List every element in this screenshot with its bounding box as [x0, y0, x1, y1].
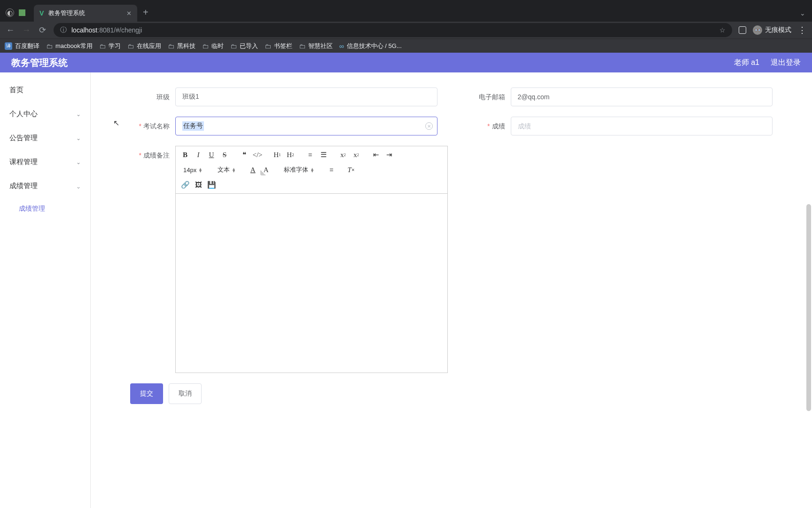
tab-title: 教务管理系统 — [48, 9, 122, 17]
rich-text-editor: B I U S ❝ </> H1 H2 ≡ ☰ — [175, 146, 448, 373]
strikethrough-icon[interactable]: S — [219, 149, 230, 160]
incognito-icon: 👓 — [753, 25, 762, 35]
tab-overflow-icon[interactable]: ⌄ — [793, 9, 812, 22]
italic-icon[interactable]: I — [193, 149, 204, 160]
incognito-indicator[interactable]: 👓 无痕模式 — [753, 25, 791, 35]
align-icon[interactable]: ≡ — [326, 164, 337, 175]
exam-label: *考试名称 — [130, 117, 175, 135]
folder-icon: 🗀 — [230, 42, 237, 50]
ordered-list-icon[interactable]: ≡ — [304, 149, 316, 160]
image-icon[interactable]: 🖼 — [193, 179, 204, 190]
sidebar-item-notice[interactable]: 公告管理 ⌄ — [0, 126, 90, 150]
bold-icon[interactable]: B — [180, 149, 191, 160]
sidebar-item-score[interactable]: 成绩管理 ⌃ — [0, 174, 90, 198]
bookmark-item[interactable]: ∞信息技术中心 / 5G... — [339, 42, 402, 50]
score-label: *成绩 — [466, 117, 511, 135]
bookmark-folder[interactable]: 🗀已导入 — [230, 42, 258, 50]
site-info-icon[interactable]: ⓘ — [60, 26, 67, 34]
exam-input-value: 任务号 — [182, 121, 204, 131]
chevron-down-icon: ⌄ — [76, 111, 81, 118]
address-bar[interactable]: ⓘ localhost:8081/#/chengji ☆ — [54, 23, 732, 37]
bookmark-folder[interactable]: 🗀在线应用 — [127, 42, 161, 50]
indent-decrease-icon[interactable]: ⇤ — [370, 149, 382, 160]
underline-icon[interactable]: U — [206, 149, 217, 160]
email-label: 电子邮箱 — [466, 87, 511, 106]
email-input[interactable] — [511, 87, 773, 106]
main-content: 班级 电子邮箱 *考试名称 任务号 — [91, 72, 812, 508]
class-label: 班级 — [130, 87, 175, 106]
score-input[interactable] — [511, 117, 773, 135]
link-icon[interactable]: 🔗 — [180, 179, 191, 190]
tab-close-icon[interactable]: ✕ — [126, 10, 132, 17]
code-icon[interactable]: </> — [252, 149, 263, 160]
subscript-icon[interactable]: x2 — [337, 149, 349, 160]
quote-icon[interactable]: ❝ — [239, 149, 250, 160]
app-icon[interactable] — [19, 9, 25, 16]
reload-button[interactable]: ⟳ — [38, 25, 47, 35]
video-icon[interactable]: 💾 — [206, 179, 217, 190]
folder-icon: 🗀 — [168, 42, 174, 50]
url-text: localhost:8081/#/chengji — [71, 26, 142, 34]
browser-tab-strip: ◐ V 教务管理系统 ✕ + ⌄ — [0, 0, 812, 22]
browser-tab[interactable]: V 教务管理系统 ✕ — [34, 5, 137, 22]
cancel-button[interactable]: 取消 — [169, 383, 202, 404]
chevron-down-icon: ⌄ — [76, 135, 81, 142]
superscript-icon[interactable]: x2 — [351, 149, 362, 160]
chevron-down-icon: ⌄ — [76, 159, 81, 166]
bookmark-folder[interactable]: 🗀黑科技 — [168, 42, 195, 50]
clear-icon[interactable]: ✕ — [425, 122, 433, 130]
editor-toolbar: B I U S ❝ </> H1 H2 ≡ ☰ — [176, 146, 447, 194]
folder-icon: 🗀 — [46, 42, 53, 50]
new-tab-button[interactable]: + — [137, 7, 154, 22]
sidebar-item-profile[interactable]: 个人中心 ⌄ — [0, 102, 90, 126]
bookmarks-bar: 译百度翻译 🗀macbook常用 🗀学习 🗀在线应用 🗀黑科技 🗀临时 🗀已导入… — [0, 39, 812, 53]
exam-input[interactable]: 任务号 — [175, 117, 437, 135]
text-color-icon[interactable]: A — [247, 164, 258, 175]
back-button[interactable]: ← — [6, 25, 15, 35]
chevron-up-icon: ⌃ — [76, 183, 81, 190]
translate-icon: 译 — [5, 42, 12, 50]
app-title: 教务管理系统 — [11, 56, 68, 69]
browser-toolbar: ← → ⟳ ⓘ localhost:8081/#/chengji ☆ 👓 无痕模… — [0, 22, 812, 39]
folder-icon: 🗀 — [127, 42, 134, 50]
clear-format-icon[interactable]: T✕ — [345, 164, 357, 175]
submit-button[interactable]: 提交 — [130, 383, 163, 404]
app-header: 教务管理系统 老师 a1 退出登录 — [0, 53, 812, 72]
forward-button: → — [22, 25, 31, 35]
logout-link[interactable]: 退出登录 — [771, 58, 801, 68]
bookmark-folder[interactable]: 🗀智慧社区 — [299, 42, 333, 50]
bg-color-icon[interactable]: A — [260, 164, 272, 175]
browser-menu-icon[interactable]: ⋮ — [798, 25, 806, 35]
class-input[interactable] — [175, 87, 437, 106]
vue-logo-icon: V — [39, 9, 44, 17]
bookmark-folder[interactable]: 🗀学习 — [99, 42, 121, 50]
bookmark-star-icon[interactable]: ☆ — [719, 26, 726, 34]
block-type-select[interactable]: 文本▴▾ — [214, 164, 239, 175]
bookmark-folder[interactable]: 🗀macbook常用 — [46, 42, 93, 50]
sidebar-subitem-score-manage[interactable]: 成绩管理 — [0, 198, 90, 220]
user-label[interactable]: 老师 a1 — [734, 58, 759, 68]
h2-icon[interactable]: H2 — [285, 149, 296, 160]
folder-icon: 🗀 — [99, 42, 106, 50]
sidebar-item-home[interactable]: 首页 — [0, 78, 90, 102]
editor-content[interactable] — [176, 194, 447, 373]
font-family-select[interactable]: 标准字体▴▾ — [280, 164, 317, 175]
unordered-list-icon[interactable]: ☰ — [318, 149, 329, 160]
sidebar: 首页 个人中心 ⌄ 公告管理 ⌄ 课程管理 ⌄ 成绩管理 ⌃ 成绩管理 — [0, 72, 91, 508]
h1-icon[interactable]: H1 — [272, 149, 283, 160]
scrollbar[interactable] — [806, 204, 811, 411]
sidebar-item-course[interactable]: 课程管理 ⌄ — [0, 150, 90, 174]
remark-label: *成绩备注 — [130, 146, 175, 165]
bookmark-item[interactable]: 译百度翻译 — [5, 42, 39, 50]
globe-icon[interactable]: ◐ — [6, 8, 14, 17]
folder-icon: 🗀 — [299, 42, 305, 50]
link-icon: ∞ — [339, 42, 344, 50]
bookmark-folder[interactable]: 🗀书签栏 — [265, 42, 292, 50]
indent-increase-icon[interactable]: ⇥ — [383, 149, 395, 160]
bookmark-folder[interactable]: 🗀临时 — [202, 42, 224, 50]
folder-icon: 🗀 — [202, 42, 209, 50]
font-size-select[interactable]: 14px▴▾ — [180, 164, 205, 175]
browser-window-controls: ◐ — [4, 8, 30, 22]
folder-icon: 🗀 — [265, 42, 271, 50]
extensions-icon[interactable] — [739, 26, 746, 34]
